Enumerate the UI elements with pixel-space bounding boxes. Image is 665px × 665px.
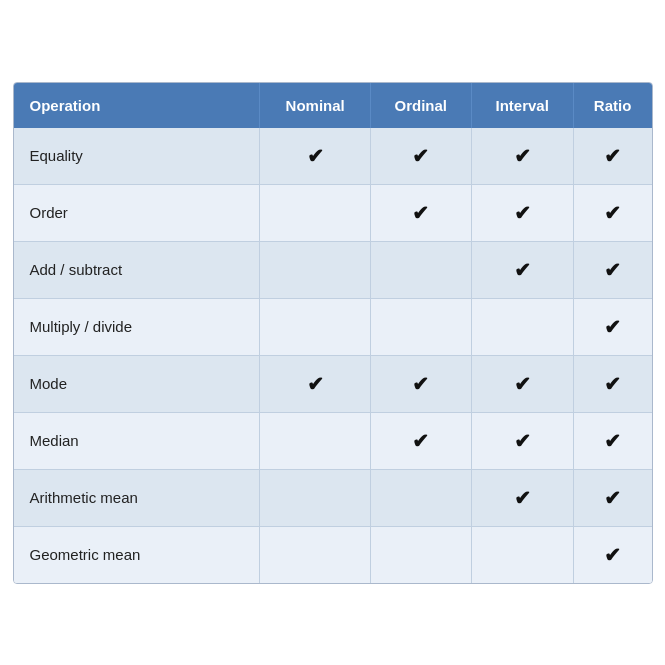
cell-interval: ✔ [471,128,573,185]
table-row: Median✔✔✔ [14,412,652,469]
table-row: Multiply / divide✔ [14,298,652,355]
cell-interval [471,526,573,583]
cell-nominal: ✔ [260,128,370,185]
data-table: Operation Nominal Ordinal Interval Ratio… [14,83,652,583]
cell-ratio: ✔ [573,469,651,526]
cell-ratio: ✔ [573,298,651,355]
check-icon: ✔ [514,486,531,510]
cell-nominal [260,298,370,355]
cell-interval: ✔ [471,241,573,298]
cell-ratio: ✔ [573,412,651,469]
table-row: Add / subtract✔✔ [14,241,652,298]
cell-ratio: ✔ [573,355,651,412]
cell-ratio: ✔ [573,184,651,241]
cell-ordinal: ✔ [370,355,471,412]
check-icon: ✔ [412,201,429,225]
cell-ordinal [370,298,471,355]
check-icon: ✔ [604,315,621,339]
header-nominal: Nominal [260,83,370,128]
table-row: Mode✔✔✔✔ [14,355,652,412]
cell-operation: Equality [14,128,260,185]
table-row: Order✔✔✔ [14,184,652,241]
check-icon: ✔ [412,144,429,168]
cell-operation: Mode [14,355,260,412]
cell-ordinal: ✔ [370,184,471,241]
table-row: Equality✔✔✔✔ [14,128,652,185]
check-icon: ✔ [514,144,531,168]
cell-nominal [260,469,370,526]
cell-ordinal [370,241,471,298]
check-icon: ✔ [514,372,531,396]
cell-nominal: ✔ [260,355,370,412]
cell-ordinal [370,469,471,526]
table-row: Arithmetic mean✔✔ [14,469,652,526]
check-icon: ✔ [412,429,429,453]
check-icon: ✔ [514,258,531,282]
cell-operation: Add / subtract [14,241,260,298]
check-icon: ✔ [604,486,621,510]
cell-ratio: ✔ [573,526,651,583]
check-icon: ✔ [514,201,531,225]
cell-operation: Geometric mean [14,526,260,583]
header-row: Operation Nominal Ordinal Interval Ratio [14,83,652,128]
cell-operation: Median [14,412,260,469]
cell-interval: ✔ [471,469,573,526]
header-ordinal: Ordinal [370,83,471,128]
cell-ratio: ✔ [573,241,651,298]
check-icon: ✔ [307,372,324,396]
header-ratio: Ratio [573,83,651,128]
check-icon: ✔ [307,144,324,168]
cell-interval: ✔ [471,184,573,241]
check-icon: ✔ [514,429,531,453]
table-row: Geometric mean✔ [14,526,652,583]
check-icon: ✔ [604,258,621,282]
check-icon: ✔ [412,372,429,396]
cell-ordinal [370,526,471,583]
check-icon: ✔ [604,543,621,567]
cell-operation: Arithmetic mean [14,469,260,526]
cell-ratio: ✔ [573,128,651,185]
check-icon: ✔ [604,372,621,396]
cell-ordinal: ✔ [370,412,471,469]
cell-ordinal: ✔ [370,128,471,185]
header-operation: Operation [14,83,260,128]
check-icon: ✔ [604,201,621,225]
cell-operation: Multiply / divide [14,298,260,355]
cell-interval [471,298,573,355]
main-table-wrapper: Operation Nominal Ordinal Interval Ratio… [13,82,653,584]
cell-nominal [260,526,370,583]
cell-nominal [260,241,370,298]
cell-interval: ✔ [471,355,573,412]
cell-nominal [260,412,370,469]
header-interval: Interval [471,83,573,128]
cell-interval: ✔ [471,412,573,469]
check-icon: ✔ [604,144,621,168]
check-icon: ✔ [604,429,621,453]
cell-nominal [260,184,370,241]
cell-operation: Order [14,184,260,241]
